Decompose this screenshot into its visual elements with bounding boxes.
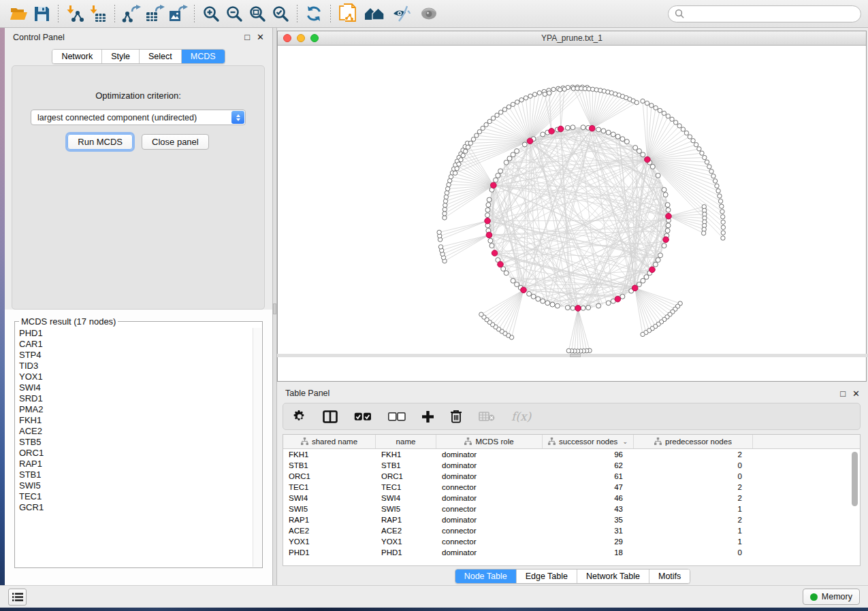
network-node[interactable] — [701, 231, 705, 235]
network-node[interactable] — [494, 178, 498, 182]
network-node[interactable] — [565, 125, 570, 130]
network-node[interactable] — [489, 244, 494, 248]
mcds-result-item[interactable]: SRD1 — [16, 393, 253, 404]
import-network-icon[interactable] — [63, 3, 86, 24]
column-header-name[interactable]: name — [376, 435, 436, 448]
network-node[interactable] — [455, 167, 459, 171]
export-table-icon[interactable] — [143, 3, 166, 24]
zoom-fit-icon[interactable] — [246, 3, 269, 24]
zoom-out-icon[interactable] — [223, 3, 246, 24]
network-node[interactable] — [666, 208, 671, 212]
mcds-node[interactable] — [491, 182, 497, 188]
mcds-node[interactable] — [485, 218, 491, 224]
tab-edge-table[interactable]: Edge Table — [517, 569, 577, 583]
network-node[interactable] — [707, 165, 711, 169]
mcds-result-item[interactable]: STB1 — [16, 469, 253, 480]
mcds-node[interactable] — [590, 125, 596, 131]
network-node[interactable] — [720, 210, 724, 214]
network-node[interactable] — [718, 194, 722, 198]
scrollbar-thumb[interactable] — [852, 452, 858, 506]
network-node[interactable] — [488, 238, 493, 243]
tab-mcds[interactable]: MCDS — [182, 50, 225, 63]
float-panel-icon[interactable]: □ — [244, 33, 250, 42]
import-table-icon[interactable] — [86, 3, 110, 24]
select-all-icon[interactable] — [354, 408, 372, 425]
table-row[interactable]: TEC1TEC1connector472 — [283, 482, 860, 493]
network-node[interactable] — [502, 108, 507, 112]
mcds-node[interactable] — [498, 261, 504, 267]
table-row[interactable]: ACE2ACE2connector311 — [283, 525, 860, 536]
network-node[interactable] — [662, 111, 666, 115]
close-panel-icon[interactable]: ✕ — [852, 389, 860, 398]
network-node[interactable] — [688, 135, 692, 139]
network-node[interactable] — [507, 105, 511, 109]
save-session-icon[interactable] — [30, 3, 53, 24]
network-node[interactable] — [606, 301, 611, 306]
mcds-result-item[interactable]: PHD1 — [16, 328, 253, 339]
network-node[interactable] — [721, 220, 725, 224]
table-row[interactable]: STB1STB1dominator620 — [283, 460, 860, 471]
network-node[interactable] — [491, 116, 495, 120]
network-node[interactable] — [666, 223, 671, 228]
network-node[interactable] — [463, 149, 467, 153]
network-node[interactable] — [468, 141, 472, 145]
network-node[interactable] — [466, 145, 470, 149]
mcds-result-item[interactable]: ORC1 — [16, 448, 253, 459]
network-node[interactable] — [713, 179, 717, 183]
network-node[interactable] — [720, 214, 724, 218]
network-node[interactable] — [566, 348, 570, 352]
zoom-selected-icon[interactable] — [269, 3, 292, 24]
mcds-node[interactable] — [649, 267, 656, 273]
network-node[interactable] — [511, 278, 515, 283]
network-node[interactable] — [487, 197, 492, 202]
mcds-result-item[interactable]: TEC1 — [16, 491, 253, 502]
network-node[interactable] — [445, 186, 449, 191]
table-row[interactable]: FKH1FKH1dominator962 — [283, 449, 860, 460]
network-node[interactable] — [515, 149, 519, 154]
network-node[interactable] — [555, 303, 560, 308]
network-node[interactable] — [666, 114, 670, 118]
tab-network[interactable]: Network — [52, 50, 102, 63]
network-node[interactable] — [658, 253, 662, 258]
network-node[interactable] — [654, 105, 658, 110]
network-node[interactable] — [485, 213, 490, 218]
network-node[interactable] — [670, 117, 674, 121]
mcds-node[interactable] — [521, 287, 527, 293]
network-node[interactable] — [711, 174, 716, 178]
mcds-result-item[interactable]: STB5 — [16, 437, 253, 448]
network-node[interactable] — [511, 102, 515, 106]
network-node[interactable] — [586, 306, 591, 310]
mcds-node[interactable] — [666, 213, 672, 219]
network-node[interactable] — [547, 91, 551, 95]
network-node[interactable] — [700, 151, 704, 155]
network-node[interactable] — [475, 133, 479, 137]
network-node[interactable] — [656, 258, 660, 263]
memory-button[interactable]: Memory — [803, 589, 860, 605]
share-document-icon[interactable] — [336, 3, 359, 24]
network-node[interactable] — [596, 303, 601, 308]
network-node[interactable] — [438, 245, 443, 249]
table-scrollbar[interactable] — [852, 452, 858, 561]
network-node[interactable] — [715, 184, 719, 188]
network-node[interactable] — [570, 125, 575, 130]
network-node[interactable] — [524, 96, 528, 100]
network-node[interactable] — [624, 139, 629, 144]
network-node[interactable] — [486, 203, 491, 208]
search-input[interactable] — [684, 9, 854, 18]
network-node[interactable] — [457, 162, 461, 166]
settings-gear-icon[interactable] — [293, 408, 306, 425]
network-node[interactable] — [721, 225, 725, 229]
network-node[interactable] — [709, 169, 713, 174]
optimization-criterion-select[interactable]: largest connected component (undirected) — [31, 110, 246, 125]
network-node[interactable] — [481, 126, 485, 130]
splitter-grip[interactable] — [570, 354, 581, 357]
network-node[interactable] — [443, 203, 447, 207]
network-node[interactable] — [684, 131, 688, 135]
network-node[interactable] — [484, 122, 488, 127]
network-node[interactable] — [445, 191, 449, 195]
tab-motifs[interactable]: Motifs — [649, 569, 690, 583]
network-node[interactable] — [443, 216, 447, 220]
network-node[interactable] — [641, 278, 645, 283]
delete-column-icon[interactable] — [450, 408, 462, 425]
network-node[interactable] — [705, 160, 709, 164]
